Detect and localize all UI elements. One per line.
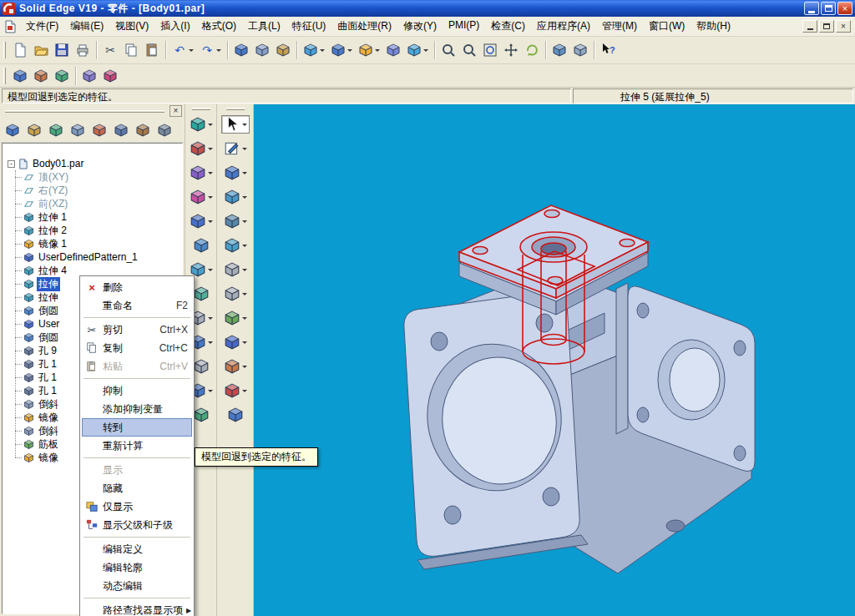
- toolbar-grip[interactable]: [226, 108, 245, 110]
- menu-item-5[interactable]: 工具(L): [242, 16, 286, 37]
- edgebar-options-button[interactable]: [154, 120, 175, 140]
- context-menu-item-7[interactable]: 抑制: [82, 381, 192, 400]
- smart-help-button[interactable]: ?: [598, 39, 618, 61]
- context-menu-item-9[interactable]: 转到: [82, 418, 192, 437]
- context-menu-item-1[interactable]: 重命名F2: [82, 296, 192, 315]
- menu-item-7[interactable]: 曲面处理(R): [331, 16, 397, 37]
- chamfer-feature-button[interactable]: [224, 260, 247, 279]
- protrusion-button[interactable]: [224, 164, 247, 182]
- selection-tools-button[interactable]: [133, 120, 153, 140]
- context-menu-item-17[interactable]: 编辑定义: [82, 540, 192, 558]
- insert-image-button[interactable]: [273, 39, 293, 61]
- paste-button[interactable]: [142, 39, 162, 61]
- rotate-button[interactable]: [522, 39, 542, 61]
- intersection-curve-button[interactable]: [193, 285, 210, 303]
- visible-edges-button[interactable]: [328, 39, 355, 61]
- menu-item-10[interactable]: 检查(C): [485, 16, 531, 37]
- context-menu-item-3[interactable]: ✂剪切Ctrl+X: [82, 321, 192, 339]
- mdi-minimize-button[interactable]: [802, 20, 817, 33]
- toolbar-grip[interactable]: [192, 108, 210, 110]
- layers-button[interactable]: [570, 39, 590, 61]
- save-button[interactable]: [52, 39, 72, 61]
- tree-item-1[interactable]: 右(YZ): [23, 184, 182, 197]
- context-menu-item-21[interactable]: 路径查找器显示项▶: [82, 601, 192, 616]
- bluesurf-button[interactable]: [190, 115, 213, 134]
- menu-item-4[interactable]: 格式(O): [196, 16, 242, 37]
- mirror-copy-button[interactable]: [224, 357, 247, 376]
- mdi-restore-button[interactable]: [819, 20, 834, 33]
- thin-wall-button[interactable]: [224, 285, 247, 303]
- extruded-surface-button[interactable]: [190, 188, 213, 206]
- menu-item-14[interactable]: 帮助(H): [691, 16, 736, 37]
- viewport[interactable]: [254, 104, 855, 616]
- cutout-button[interactable]: [224, 188, 247, 206]
- menu-item-0[interactable]: 文件(F): [20, 16, 64, 37]
- context-menu-item-15[interactable]: 显示父级和子级: [82, 516, 192, 534]
- shaded-view-button[interactable]: [356, 39, 382, 61]
- context-menu-item-14[interactable]: 仅显示: [82, 497, 192, 516]
- view-orientation-button[interactable]: [404, 39, 431, 61]
- edgebar-close-button[interactable]: ×: [169, 105, 182, 117]
- menu-item-13[interactable]: 窗口(W): [643, 16, 691, 37]
- context-menu-item-0[interactable]: ×删除: [82, 278, 192, 296]
- zoom-button[interactable]: [459, 39, 479, 61]
- copy-surface-button[interactable]: [193, 236, 210, 255]
- edgebar-grip[interactable]: [5, 110, 164, 113]
- collapse-icon[interactable]: -: [8, 160, 15, 168]
- feature-library-button[interactable]: [24, 120, 44, 140]
- tree-item-0[interactable]: 顶(XY): [23, 170, 182, 184]
- variable-table-button[interactable]: [79, 65, 99, 87]
- context-menu-item-10[interactable]: 重新计算: [82, 437, 192, 455]
- insert-part-copy-button[interactable]: [231, 39, 251, 61]
- minimize-button[interactable]: [804, 2, 819, 15]
- feature-playback-button[interactable]: [100, 65, 120, 87]
- redo-button[interactable]: ↷: [197, 39, 224, 61]
- offset-surface-button[interactable]: [190, 212, 213, 230]
- menu-item-1[interactable]: 编辑(E): [64, 16, 109, 37]
- layers-tab-button[interactable]: [68, 120, 88, 140]
- copy-button[interactable]: [121, 39, 141, 61]
- part-copy-button[interactable]: [227, 406, 244, 424]
- construction-display-button[interactable]: [301, 39, 327, 61]
- context-menu-item-5[interactable]: 粘贴Ctrl+V: [82, 357, 192, 376]
- select-tool-button[interactable]: [221, 115, 250, 134]
- tree-item-6[interactable]: UserDefinedPattern_1: [23, 250, 182, 264]
- swept-surface-button[interactable]: [190, 164, 213, 182]
- undo-button[interactable]: ↶: [169, 39, 196, 61]
- sensors-button[interactable]: [89, 120, 109, 140]
- sketch-button[interactable]: [224, 139, 247, 158]
- context-menu-item-4[interactable]: 复制Ctrl+C: [82, 339, 192, 357]
- context-menu-item-8[interactable]: 添加抑制变量: [82, 400, 192, 418]
- menu-item-2[interactable]: 视图(V): [109, 16, 154, 37]
- menu-item-12[interactable]: 管理(M): [596, 16, 643, 37]
- smartstep-ribbon-toggle-button[interactable]: [52, 65, 72, 87]
- hole-feature-button[interactable]: [224, 212, 247, 230]
- common-views-button[interactable]: [383, 39, 403, 61]
- tree-root-node[interactable]: -Body01.par: [8, 157, 182, 170]
- menu-item-6[interactable]: 特征(U): [286, 16, 332, 37]
- cut-button[interactable]: ✂: [100, 39, 120, 61]
- rib-feature-button[interactable]: [224, 309, 247, 327]
- context-menu-item-18[interactable]: 编辑轮廓: [82, 558, 192, 577]
- open-button[interactable]: [31, 39, 51, 61]
- prompt-bar-toggle-button[interactable]: [31, 65, 51, 87]
- tree-item-4[interactable]: 拉伸 2: [23, 224, 182, 237]
- mdi-close-button[interactable]: ×: [836, 20, 851, 33]
- fit-button[interactable]: [480, 39, 500, 61]
- context-menu-item-13[interactable]: 隐藏: [82, 479, 192, 497]
- zoom-area-button[interactable]: [438, 39, 458, 61]
- tree-item-2[interactable]: 前(XZ): [23, 197, 182, 210]
- menu-item-8[interactable]: 修改(Y): [397, 16, 443, 37]
- menu-item-3[interactable]: 插入(I): [154, 16, 195, 37]
- context-menu-item-12[interactable]: 显示: [82, 461, 192, 479]
- pattern-feature-button[interactable]: [224, 333, 247, 351]
- edgebar-toggle-button[interactable]: [10, 65, 30, 87]
- used-sketches-button[interactable]: [111, 120, 131, 140]
- subtract-button[interactable]: [224, 381, 247, 400]
- toolbar-grip[interactable]: [3, 68, 6, 84]
- context-menu-item-19[interactable]: 动态编辑: [82, 577, 192, 595]
- toolbar-grip[interactable]: [3, 42, 6, 58]
- tree-item-3[interactable]: 拉伸 1: [23, 210, 182, 224]
- print-button[interactable]: [73, 39, 93, 61]
- family-of-parts-button[interactable]: [46, 120, 66, 140]
